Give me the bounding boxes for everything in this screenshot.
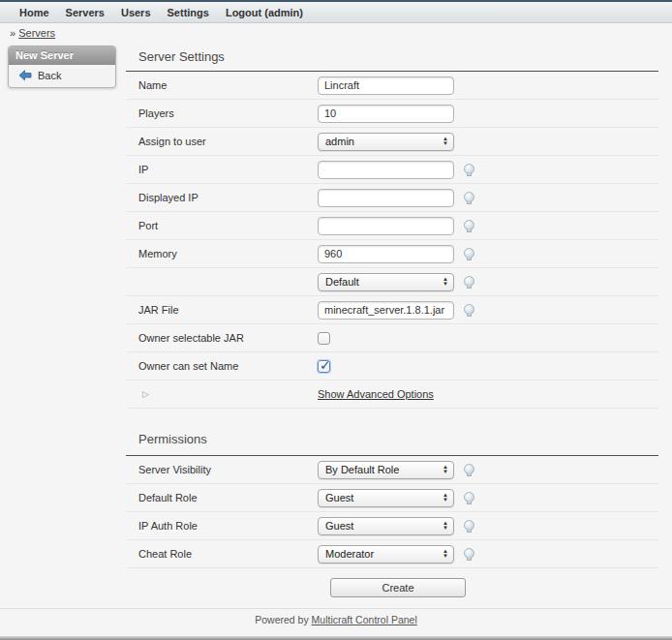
back-arrow-icon — [18, 70, 32, 81]
main-content: Server Settings Name Players Assign to u… — [126, 44, 658, 603]
assign-to-user-label: Assign to user — [126, 136, 318, 147]
select-arrows-icon: ▲▼ — [443, 493, 448, 503]
default-role-select[interactable]: Guest ▲▼ — [318, 489, 454, 507]
port-help-icon[interactable] — [462, 220, 475, 232]
row-owner-selectable-jar: Owner selectable JAR — [126, 324, 658, 352]
port-label: Port — [126, 220, 318, 231]
server-visibility-select[interactable]: By Default Role ▲▼ — [318, 461, 454, 479]
row-port: Port — [126, 212, 658, 240]
owner-selectable-jar-label: Owner selectable JAR — [126, 332, 318, 344]
show-advanced-options-link[interactable]: Show Advanced Options — [318, 388, 434, 400]
breadcrumb-servers-link[interactable]: Servers — [18, 27, 55, 39]
row-memory: Memory — [126, 240, 658, 268]
ip-auth-role-value: Guest — [325, 520, 353, 532]
cheat-role-select[interactable]: Moderator ▲▼ — [318, 545, 454, 564]
select-arrows-icon: ▲▼ — [443, 521, 448, 531]
advanced-collapse-triangle-icon[interactable]: ▷ — [126, 389, 318, 399]
server-visibility-help-icon[interactable] — [462, 464, 475, 476]
back-button[interactable]: Back — [9, 65, 115, 87]
row-jar-file: JAR File — [126, 296, 658, 324]
back-label: Back — [38, 70, 61, 81]
default-role-help-icon[interactable] — [462, 492, 475, 504]
cheat-role-label: Cheat Role — [126, 548, 318, 560]
row-displayed-ip: Displayed IP — [126, 184, 658, 212]
nav-servers[interactable]: Servers — [66, 7, 105, 18]
players-input[interactable] — [318, 105, 454, 123]
main-nav: Home Servers Users Settings Logout (admi… — [0, 2, 672, 23]
footer: Powered by Multicraft Control Panel — [0, 614, 672, 625]
permissions-title: Permissions — [126, 409, 658, 455]
owner-can-set-name-checkbox[interactable] — [318, 360, 330, 373]
row-server-visibility: Server Visibility By Default Role ▲▼ — [126, 456, 658, 484]
cheat-role-value: Moderator — [325, 548, 374, 560]
nav-settings[interactable]: Settings — [168, 7, 209, 18]
name-input[interactable] — [318, 76, 454, 95]
footer-text: Powered by — [255, 614, 311, 625]
ip-auth-role-label: IP Auth Role — [126, 520, 318, 532]
row-jar-preset: Default ▲▼ — [126, 268, 658, 296]
footer-divider — [0, 608, 672, 609]
displayed-ip-input[interactable] — [318, 189, 454, 207]
displayed-ip-label: Displayed IP — [126, 192, 318, 203]
name-label: Name — [126, 79, 318, 91]
row-ip-auth-role: IP Auth Role Guest ▲▼ — [126, 512, 658, 540]
select-arrows-icon: ▲▼ — [443, 277, 448, 287]
port-input[interactable] — [318, 217, 454, 235]
jar-preset-value: Default — [325, 276, 359, 288]
jar-preset-help-icon[interactable] — [462, 276, 475, 289]
row-assign-to-user: Assign to user admin ▲▼ — [126, 128, 658, 156]
window-bottom-edge — [0, 636, 672, 640]
cheat-role-help-icon[interactable] — [462, 548, 475, 561]
ip-help-icon[interactable] — [462, 164, 475, 176]
ip-input[interactable] — [318, 161, 454, 179]
select-arrows-icon: ▲▼ — [443, 465, 448, 474]
nav-home[interactable]: Home — [19, 7, 49, 18]
nav-users[interactable]: Users — [121, 7, 151, 18]
memory-input[interactable] — [318, 245, 454, 263]
row-default-role: Default Role Guest ▲▼ — [126, 484, 658, 512]
row-ip: IP — [126, 156, 658, 184]
nav-logout[interactable]: Logout (admin) — [226, 7, 303, 18]
create-button[interactable]: Create — [330, 578, 466, 597]
assign-to-user-select[interactable]: admin ▲▼ — [318, 133, 454, 151]
row-players: Players — [126, 100, 658, 128]
row-cheat-role: Cheat Role Moderator ▲▼ — [126, 540, 658, 568]
displayed-ip-help-icon[interactable] — [462, 192, 475, 204]
ip-auth-role-select[interactable]: Guest ▲▼ — [318, 517, 454, 535]
ip-auth-role-help-icon[interactable] — [462, 520, 475, 533]
memory-label: Memory — [126, 248, 318, 259]
owner-selectable-jar-checkbox[interactable] — [318, 332, 330, 345]
server-visibility-value: By Default Role — [325, 464, 399, 475]
memory-help-icon[interactable] — [462, 248, 475, 260]
breadcrumb-marker: » — [10, 27, 15, 39]
ip-label: IP — [126, 164, 318, 175]
jar-file-input[interactable] — [318, 301, 454, 320]
default-role-value: Guest — [325, 492, 353, 503]
sidebar: New Server Back — [8, 46, 116, 88]
create-button-row: Create — [126, 568, 658, 603]
owner-can-set-name-label: Owner can set Name — [126, 360, 318, 372]
jar-file-label: JAR File — [126, 304, 318, 316]
jar-preset-select[interactable]: Default ▲▼ — [318, 273, 454, 291]
assign-to-user-value: admin — [325, 136, 354, 147]
select-arrows-icon: ▲▼ — [443, 549, 448, 559]
breadcrumb: » Servers — [10, 27, 55, 39]
row-owner-can-set-name: Owner can set Name — [126, 352, 658, 381]
sidebar-title: New Server — [9, 46, 115, 65]
select-arrows-icon: ▲▼ — [443, 137, 448, 146]
jar-file-help-icon[interactable] — [462, 304, 475, 317]
row-name: Name — [126, 72, 658, 100]
multicraft-link[interactable]: Multicraft Control Panel — [312, 614, 417, 625]
players-label: Players — [126, 107, 318, 119]
server-visibility-label: Server Visibility — [126, 464, 318, 475]
server-settings-title: Server Settings — [126, 44, 658, 71]
default-role-label: Default Role — [126, 492, 318, 503]
row-advanced-options: ▷ Show Advanced Options — [126, 381, 658, 409]
